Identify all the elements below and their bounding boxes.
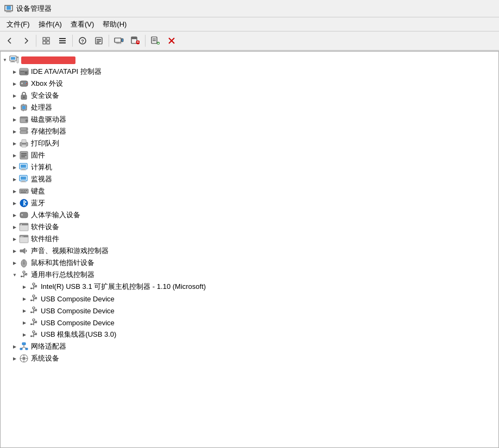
svg-point-106 (33, 283, 35, 285)
delete-button[interactable] (164, 33, 179, 48)
tree-item-print[interactable]: ▶打印队列 (1, 137, 498, 149)
tree-item-bluetooth[interactable]: ▶蓝牙 (1, 197, 498, 209)
tree-item-security[interactable]: ▶安全设备 (1, 90, 498, 102)
tree-item-usb-comp2[interactable]: ▶USB Composite Device (1, 305, 498, 317)
tree-item-usb-comp3[interactable]: ▶USB Composite Device (1, 317, 498, 329)
expand-btn-computer[interactable]: ▶ (10, 163, 19, 172)
svg-rect-79 (21, 190, 22, 191)
item-icon-softdev (19, 222, 29, 232)
update-button[interactable] (128, 33, 143, 48)
svg-rect-7 (47, 41, 49, 44)
expand-btn-print[interactable]: ▶ (10, 139, 19, 148)
item-label-firmware: 固件 (31, 150, 45, 160)
svg-rect-93 (21, 236, 22, 237)
expand-btn-storage[interactable]: ▶ (10, 127, 19, 136)
expand-btn-cpu[interactable]: ▶ (10, 103, 19, 112)
tree-item-ide[interactable]: ▶IDE ATA/ATAPI 控制器 (1, 66, 498, 78)
svg-rect-33 (11, 57, 15, 60)
separator-1 (36, 35, 36, 47)
tree-item-computer[interactable]: ▶计算机 (1, 161, 498, 173)
svg-rect-25 (153, 39, 156, 40)
tree-item-softdev[interactable]: ▶软件设备 (1, 221, 498, 233)
svg-rect-16 (97, 42, 99, 43)
item-icon-bluetooth (19, 198, 29, 208)
expand-btn-usb-comp3[interactable]: ▶ (20, 318, 29, 327)
expand-btn-security[interactable]: ▶ (10, 91, 19, 100)
scan-button[interactable] (111, 33, 127, 48)
item-label-disk: 磁盘驱动器 (31, 115, 66, 124)
tree-item-disk[interactable]: ▶磁盘驱动器 (1, 113, 498, 125)
menu-file[interactable]: 文件(F) (2, 18, 34, 30)
svg-rect-76 (22, 181, 25, 182)
tree-item-softcomp[interactable]: ▶软件组件 (1, 233, 498, 245)
expand-btn-network[interactable]: ▶ (10, 342, 19, 351)
expand-btn-xbox[interactable]: ▶ (10, 79, 19, 88)
user-button[interactable] (148, 33, 163, 48)
tree-item-cpu[interactable]: ▶处理器 (1, 102, 498, 113)
item-icon-hid (19, 210, 29, 220)
title-bar-text: 设备管理器 (16, 4, 52, 14)
properties-button[interactable] (91, 33, 106, 48)
tree-item-hid[interactable]: ▶人体学输入设备 (1, 209, 498, 221)
item-label-keyboard: 键盘 (31, 186, 45, 196)
view-button-1[interactable] (39, 33, 54, 48)
tree-item-audio[interactable]: ▶声音、视频和游戏控制器 (1, 245, 498, 257)
expand-btn-usb[interactable]: ▼ (10, 270, 19, 279)
help-button[interactable]: ? (75, 33, 90, 48)
tree-item-monitor[interactable]: ▶监视器 (1, 173, 498, 185)
tree-item-system[interactable]: ▶系统设备 (1, 352, 498, 364)
svg-rect-19 (117, 43, 122, 44)
expand-btn-system[interactable]: ▶ (10, 354, 19, 363)
item-label-security: 安全设备 (31, 91, 59, 100)
expand-btn-softdev[interactable]: ▶ (10, 223, 19, 231)
item-icon-cpu (19, 103, 29, 112)
tree-item-usb-comp1[interactable]: ▶USB Composite Device (1, 293, 498, 305)
view-button-2[interactable] (55, 33, 70, 48)
expand-btn-mouse[interactable]: ▶ (10, 258, 19, 267)
expand-btn-hid[interactable]: ▶ (10, 211, 19, 219)
expand-btn-disk[interactable]: ▶ (10, 115, 19, 124)
tree-item-keyboard[interactable]: ▶键盘 (1, 185, 498, 197)
svg-rect-39 (20, 68, 28, 71)
expand-btn-firmware[interactable]: ▶ (10, 151, 19, 160)
svg-rect-44 (22, 83, 22, 84)
tree-item-usb-intel[interactable]: ▶Intel(R) USB 3.1 可扩展主机控制器 - 1.10 (Micro… (1, 281, 498, 293)
item-label-usb-hub: USB 根集线器(USB 3.0) (41, 330, 116, 339)
tree-item-xbox[interactable]: ▶Xbox 外设 (1, 78, 498, 90)
expand-btn-usb-hub[interactable]: ▶ (20, 330, 29, 339)
item-icon-usb (19, 270, 29, 280)
svg-point-111 (30, 288, 32, 289)
tree-item-usb-hub[interactable]: ▶USB 根集线器(USB 3.0) (1, 329, 498, 340)
menu-action[interactable]: 操作(A) (34, 18, 66, 30)
back-button[interactable] (2, 33, 17, 48)
expand-btn-root[interactable]: ▼ (1, 55, 9, 64)
menu-help[interactable]: 帮助(H) (98, 18, 131, 30)
expand-btn-ide[interactable]: ▶ (10, 67, 19, 76)
item-label-system: 系统设备 (31, 354, 59, 363)
tree-item-storage[interactable]: ▶存储控制器 (1, 125, 498, 137)
forward-button[interactable] (18, 33, 34, 48)
tree-item-root[interactable]: ▼ (1, 54, 498, 66)
expand-btn-audio[interactable]: ▶ (10, 247, 19, 255)
expand-btn-usb-intel[interactable]: ▶ (20, 282, 29, 291)
svg-rect-127 (35, 321, 37, 323)
tree-item-network[interactable]: ▶网络适配器 (1, 340, 498, 352)
tree-item-firmware[interactable]: ▶固件 (1, 149, 498, 161)
tree-item-usb[interactable]: ▼通用串行总线控制器 (1, 269, 498, 281)
svg-rect-64 (22, 145, 26, 147)
item-label-hid: 人体学输入设备 (31, 210, 80, 220)
expand-btn-keyboard[interactable]: ▶ (10, 187, 19, 195)
svg-rect-71 (21, 165, 26, 168)
svg-rect-5 (47, 37, 49, 40)
tree-item-mouse[interactable]: ▶鼠标和其他指针设备 (1, 257, 498, 269)
expand-btn-usb-comp1[interactable]: ▶ (20, 294, 29, 303)
expand-btn-monitor[interactable]: ▶ (10, 175, 19, 184)
expand-btn-softcomp[interactable]: ▶ (10, 235, 19, 243)
svg-point-123 (30, 312, 32, 313)
menu-view[interactable]: 查看(V) (66, 18, 98, 30)
item-icon-xbox (19, 79, 29, 89)
expand-btn-bluetooth[interactable]: ▶ (10, 199, 19, 207)
expand-btn-usb-comp2[interactable]: ▶ (20, 306, 29, 315)
device-tree: ▼▶IDE ATA/ATAPI 控制器▶Xbox 外设▶安全设备▶处理器▶磁盘驱… (1, 52, 498, 367)
item-label-audio: 声音、视频和游戏控制器 (31, 246, 109, 256)
